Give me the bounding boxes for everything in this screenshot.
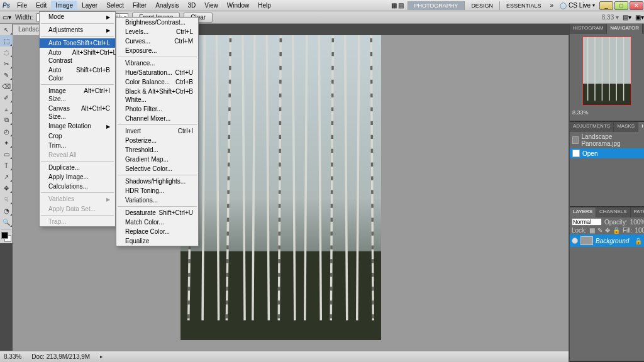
tool-10[interactable]: ✦ (0, 137, 13, 148)
tool-8[interactable]: ⧉ (0, 114, 13, 126)
mid-tab-history[interactable]: HISTORY (638, 122, 644, 132)
bot-tab-layers[interactable]: LAYERS (570, 207, 596, 217)
menu-window[interactable]: Window (223, 1, 254, 10)
status-zoom[interactable]: 8.33% (4, 353, 21, 360)
menuitem-canvas-size-[interactable]: Canvas Size...Alt+Ctrl+C (40, 104, 115, 121)
menu-filter[interactable]: Filter (128, 1, 151, 10)
history-step[interactable]: Open (570, 148, 644, 158)
menuitem-shadows-highlights-[interactable]: Shadows/Highlights... (116, 177, 198, 186)
menuitem-trim-[interactable]: Trim... (40, 141, 115, 150)
window-maximize[interactable]: □ (614, 1, 628, 10)
menuitem-auto-tone[interactable]: Auto ToneShift+Ctrl+L (40, 38, 115, 48)
tool-3[interactable]: ✂ (0, 58, 13, 69)
tool-15[interactable]: ☟ (0, 194, 13, 205)
menuitem-equalize[interactable]: Equalize (116, 236, 198, 246)
menu-edit[interactable]: Edit (31, 1, 51, 10)
menu-analysis[interactable]: Analysis (151, 1, 183, 10)
menuitem-brightness-contrast-[interactable]: Brightness/Contrast... (116, 18, 198, 27)
menuitem-desaturate[interactable]: DesaturateShift+Ctrl+U (116, 208, 198, 217)
menuitem-curves-[interactable]: Curves...Ctrl+M (116, 36, 198, 46)
menuitem-hue-saturation-[interactable]: Hue/Saturation...Ctrl+U (116, 68, 198, 77)
top-tab-navigator[interactable]: NAVIGATOR (607, 24, 643, 34)
history-document[interactable]: Landscape Panorama.jpg (570, 132, 644, 148)
menuitem-adjustments[interactable]: Adjustments▶ (40, 25, 115, 35)
tool-9[interactable]: ◴ (0, 126, 13, 137)
more-icon[interactable]: » (547, 2, 556, 9)
menuitem-calculations-[interactable]: Calculations... (40, 182, 115, 191)
navigator-zoom[interactable]: 8.33% (570, 108, 644, 117)
menu-3d[interactable]: 3D (183, 1, 200, 10)
tool-4[interactable]: ✎ (0, 69, 13, 80)
workspace-essentials[interactable]: ESSENTIALS (499, 1, 548, 10)
menu-select[interactable]: Select (102, 1, 128, 10)
menuitem-black-white-[interactable]: Black & White...Alt+Shift+Ctrl+B (116, 87, 198, 104)
tool-16[interactable]: ◔ (0, 205, 13, 216)
tool-14[interactable]: ✥ (0, 182, 13, 194)
tool-preset-icon[interactable]: ▭▾ (3, 14, 11, 21)
screenmode-icon[interactable]: ▣▾ (635, 14, 644, 21)
document-canvas[interactable] (180, 35, 381, 340)
lock-icon[interactable]: ✥ (605, 227, 610, 234)
menuitem-invert[interactable]: InvertCtrl+I (116, 126, 198, 136)
menuitem-mode[interactable]: Mode▶ (40, 12, 115, 22)
tool-7[interactable]: ⟁ (0, 103, 13, 114)
tool-6[interactable]: ✐ (0, 92, 13, 103)
layer-row[interactable]: Background 🔒 (570, 234, 644, 247)
menu-layer[interactable]: Layer (77, 1, 102, 10)
toolbar-icon[interactable]: ▦ (391, 2, 397, 9)
tool-13[interactable]: ↗ (0, 171, 13, 182)
mid-tab-masks[interactable]: MASKS (614, 122, 638, 132)
tool-17[interactable]: 🔍 (0, 216, 13, 228)
menuitem-vibrance-[interactable]: Vibrance... (116, 58, 198, 68)
menuitem-apply-image-[interactable]: Apply Image... (40, 172, 115, 182)
menuitem-duplicate-[interactable]: Duplicate... (40, 163, 115, 172)
bot-tab-channels[interactable]: CHANNELS (596, 207, 631, 217)
navigator-thumbnail[interactable] (582, 36, 631, 106)
menuitem-exposure-[interactable]: Exposure... (116, 46, 198, 55)
menu-help[interactable]: Help (253, 1, 275, 10)
menuitem-hdr-toning-[interactable]: HDR Toning... (116, 186, 198, 195)
menuitem-replace-color-[interactable]: Replace Color... (116, 227, 198, 236)
color-swatch[interactable] (1, 232, 11, 242)
toolbar-icon[interactable]: ▤ (398, 2, 404, 9)
tool-11[interactable]: ▭ (0, 148, 13, 160)
menuitem-color-balance-[interactable]: Color Balance...Ctrl+B (116, 77, 198, 87)
layer-thumbnail[interactable] (580, 236, 593, 245)
bot-tab-paths[interactable]: PATHS (631, 207, 644, 217)
blend-mode-select[interactable] (572, 218, 602, 226)
lock-icon[interactable]: ✎ (597, 227, 602, 234)
menuitem-match-color-[interactable]: Match Color... (116, 217, 198, 227)
status-docsize[interactable]: Doc: 213,9M/213,9M (31, 353, 90, 360)
arrange-icon[interactable]: ▤▾ (623, 14, 631, 21)
top-tab-histogram[interactable]: HISTOGRAM (570, 24, 607, 34)
menuitem-auto-contrast[interactable]: Auto ContrastAlt+Shift+Ctrl+L (40, 48, 115, 65)
menuitem-threshold-[interactable]: Threshold... (116, 145, 198, 155)
window-minimize[interactable]: _ (599, 1, 613, 10)
menuitem-image-size-[interactable]: Image Size...Alt+Ctrl+I (40, 86, 115, 104)
tool-2[interactable]: ◌ (0, 47, 13, 58)
cslive-button[interactable]: ◯ CS Live▾ (556, 2, 599, 9)
menuitem-posterize-[interactable]: Posterize... (116, 136, 198, 145)
tool-12[interactable]: T (0, 160, 13, 171)
mid-tab-adjustments[interactable]: ADJUSTMENTS (570, 122, 614, 132)
menu-file[interactable]: File (13, 1, 31, 10)
lock-icon[interactable]: 🔒 (613, 227, 620, 234)
menu-view[interactable]: View (200, 1, 223, 10)
menuitem-auto-color[interactable]: Auto ColorShift+Ctrl+B (40, 65, 115, 83)
workspace-photography[interactable]: PHOTOGRAPHY (408, 1, 465, 10)
workspace-design[interactable]: DESIGN (464, 1, 499, 10)
menuitem-selective-color-[interactable]: Selective Color... (116, 164, 198, 173)
tool-0[interactable]: ↖ (0, 24, 13, 35)
menuitem-variations-[interactable]: Variations... (116, 195, 198, 205)
visibility-icon[interactable] (572, 238, 578, 244)
menuitem-image-rotation[interactable]: Image Rotation▶ (40, 121, 115, 131)
menuitem-channel-mixer-[interactable]: Channel Mixer... (116, 114, 198, 123)
lock-icon[interactable]: ▦ (589, 227, 595, 234)
menuitem-photo-filter-[interactable]: Photo Filter... (116, 104, 198, 114)
tool-1[interactable]: ⬚ (0, 35, 13, 47)
menu-image[interactable]: Image (51, 1, 77, 10)
layer-name[interactable]: Background (596, 238, 629, 244)
menuitem-levels-[interactable]: Levels...Ctrl+L (116, 27, 198, 36)
tool-5[interactable]: ⌫ (0, 80, 13, 92)
menuitem-gradient-map-[interactable]: Gradient Map... (116, 155, 198, 164)
